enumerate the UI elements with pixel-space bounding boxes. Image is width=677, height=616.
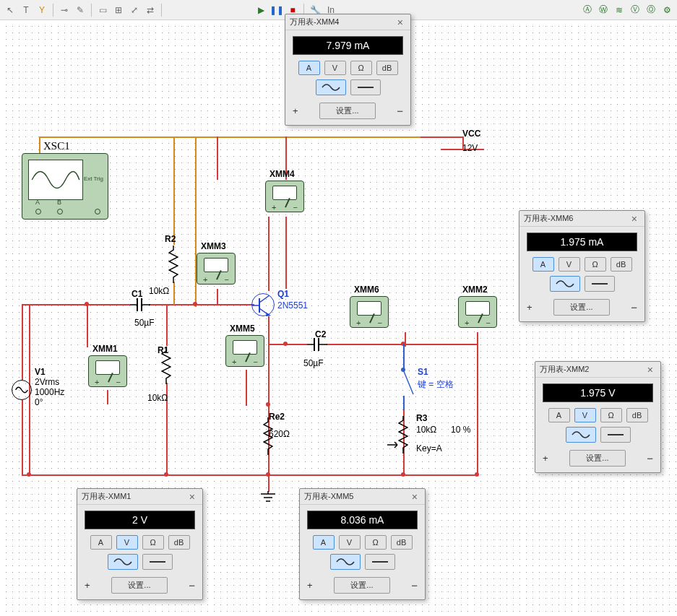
- r2-val: 10kΩ: [149, 286, 169, 296]
- mode-db-button[interactable]: dB: [376, 61, 398, 75]
- pause-button[interactable]: ❚❚: [269, 3, 284, 17]
- tool-layout-icon[interactable]: ⊞: [111, 3, 126, 17]
- tool-pin-icon[interactable]: ⊸: [57, 3, 72, 17]
- plus-terminal: +: [85, 580, 90, 591]
- wave-ac-button[interactable]: [550, 276, 580, 292]
- instrument-w-icon[interactable]: Ⓦ: [596, 3, 611, 17]
- wave-dc-button[interactable]: [365, 554, 395, 570]
- multimeter-xmm3[interactable]: +−: [197, 253, 236, 285]
- wave-ac-button[interactable]: [316, 79, 346, 95]
- mode-a-button[interactable]: A: [298, 61, 320, 75]
- mode-db-button[interactable]: dB: [611, 257, 632, 272]
- svg-line-0: [403, 370, 413, 394]
- mode-ohm-button[interactable]: Ω: [350, 61, 372, 75]
- mode-a-button[interactable]: A: [313, 535, 335, 550]
- mode-a-button[interactable]: A: [90, 535, 112, 550]
- close-icon[interactable]: ×: [409, 492, 421, 502]
- multimeter-xmm2[interactable]: +−: [458, 296, 497, 328]
- tool-group-icon[interactable]: ▭: [95, 3, 110, 17]
- wire: [29, 474, 477, 476]
- mode-ohm-button[interactable]: Ω: [142, 535, 164, 550]
- mode-v-button[interactable]: V: [116, 535, 138, 550]
- instrument-a-icon[interactable]: Ⓐ: [580, 3, 595, 17]
- mode-ohm-button[interactable]: Ω: [365, 535, 387, 550]
- mode-db-button[interactable]: dB: [626, 408, 648, 422]
- wire: [268, 316, 269, 338]
- run-button[interactable]: ▶: [254, 3, 268, 17]
- multimeter-xmm1[interactable]: +−: [88, 355, 127, 387]
- oscilloscope-xsc1[interactable]: Ext Trig A B: [22, 153, 108, 220]
- resistor-r2[interactable]: [168, 246, 178, 283]
- resistor-re2[interactable]: [263, 417, 273, 455]
- xmm4-label: XMM4: [269, 169, 295, 179]
- reading-display: 8.036 mA: [307, 511, 418, 529]
- close-icon[interactable]: ×: [629, 214, 640, 224]
- panel-xmm1[interactable]: 万用表-XMM1 × 2 V A V Ω dB + 设置... −: [77, 488, 203, 600]
- s1-key: 键 = 空格: [418, 378, 454, 391]
- wave-ac-button[interactable]: [108, 554, 138, 570]
- switch-s1[interactable]: [403, 370, 415, 396]
- minus-terminal: −: [397, 105, 403, 117]
- mode-a-button[interactable]: A: [548, 408, 570, 422]
- junction-node: [266, 402, 270, 407]
- wire: [39, 136, 421, 138]
- plus-terminal: +: [527, 302, 532, 313]
- xmm1-label: XMM1: [92, 344, 118, 354]
- instrument-sig-icon[interactable]: ≋: [612, 3, 626, 17]
- settings-button[interactable]: 设置...: [334, 577, 389, 594]
- mode-db-button[interactable]: dB: [168, 535, 190, 550]
- mode-ohm-button[interactable]: Ω: [585, 257, 606, 272]
- mode-v-button[interactable]: V: [324, 61, 346, 75]
- resistor-r1[interactable]: [161, 347, 171, 384]
- c2-val: 50µF: [303, 358, 324, 368]
- instrument-o-icon[interactable]: Ⓞ: [644, 3, 658, 17]
- wire: [149, 304, 195, 305]
- settings-button[interactable]: 设置...: [569, 450, 625, 467]
- wave-dc-button[interactable]: [350, 79, 381, 95]
- instrument-v-icon[interactable]: Ⓥ: [628, 3, 642, 17]
- settings-button[interactable]: 设置...: [319, 103, 375, 119]
- tool-swap-icon[interactable]: ⇄: [143, 3, 158, 17]
- mode-ohm-button[interactable]: Ω: [600, 408, 622, 422]
- wave-dc-button[interactable]: [585, 276, 615, 292]
- q1-name: Q1: [277, 289, 289, 299]
- settings-button[interactable]: 设置...: [111, 577, 167, 594]
- multimeter-xmm5[interactable]: +−: [225, 335, 264, 367]
- mode-v-button[interactable]: V: [574, 408, 596, 422]
- panel-xmm2[interactable]: 万用表-XMM2 × 1.975 V A V Ω dB + 设置... −: [535, 361, 661, 473]
- tool-text-icon[interactable]: T: [19, 3, 33, 17]
- r1-val: 10kΩ: [147, 393, 168, 403]
- panel-title: 万用表-XMM5: [304, 491, 353, 502]
- wire: [268, 344, 307, 345]
- multimeter-xmm4[interactable]: +−: [265, 181, 304, 212]
- tool-y-icon[interactable]: Y: [35, 3, 49, 17]
- v1-phase: 0°: [35, 397, 43, 407]
- capacitor-c2[interactable]: [307, 336, 327, 353]
- settings-icon[interactable]: ⚙: [660, 3, 674, 17]
- capacitor-c1[interactable]: [130, 296, 150, 313]
- transistor-q1[interactable]: [251, 293, 275, 316]
- tool-pencil-icon[interactable]: ✎: [73, 3, 87, 17]
- minus-terminal: −: [189, 579, 195, 591]
- ac-source-v1[interactable]: [12, 380, 32, 400]
- close-icon[interactable]: ×: [394, 17, 406, 27]
- settings-button[interactable]: 设置...: [553, 299, 609, 316]
- scope-label: XSC1: [43, 140, 70, 152]
- multimeter-xmm6[interactable]: +−: [350, 296, 389, 328]
- mode-a-button[interactable]: A: [532, 257, 554, 272]
- wave-dc-button[interactable]: [142, 554, 173, 570]
- panel-xmm4[interactable]: 万用表-XMM4 × 7.979 mA A V Ω dB + 设置... −: [285, 14, 411, 126]
- tool-select-icon[interactable]: ↖: [3, 3, 17, 17]
- wave-ac-button[interactable]: [566, 427, 596, 443]
- wave-dc-button[interactable]: [600, 427, 631, 443]
- close-icon[interactable]: ×: [644, 365, 656, 375]
- mode-db-button[interactable]: dB: [391, 535, 413, 550]
- tool-scale-icon[interactable]: ⤢: [127, 3, 142, 17]
- panel-xmm6[interactable]: 万用表-XMM6 × 1.975 mA A V Ω dB + 设置... −: [519, 210, 645, 322]
- panel-xmm5[interactable]: 万用表-XMM5 × 8.036 mA A V Ω dB + 设置... −: [299, 488, 426, 600]
- wave-ac-button[interactable]: [330, 554, 361, 570]
- mode-v-button[interactable]: V: [559, 257, 580, 272]
- wire: [87, 304, 130, 305]
- close-icon[interactable]: ×: [186, 492, 198, 502]
- mode-v-button[interactable]: V: [339, 535, 361, 550]
